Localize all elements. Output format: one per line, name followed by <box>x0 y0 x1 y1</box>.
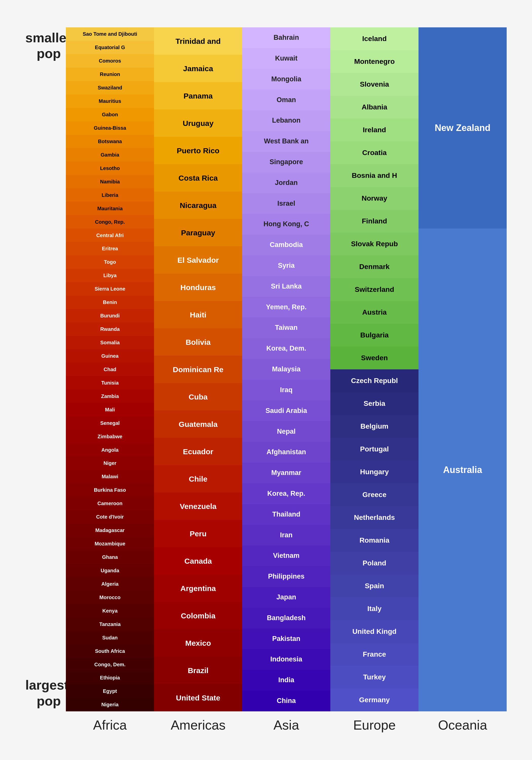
list-item: Sao Tome and Djibouti <box>66 27 154 41</box>
list-item: Haiti <box>154 301 242 328</box>
col-label-africa: Africa <box>66 711 154 733</box>
list-item: Trinidad and <box>154 27 242 55</box>
list-item: Burkina Faso <box>66 483 154 497</box>
list-item: Pakistan <box>242 629 330 649</box>
list-item: Poland <box>330 552 418 575</box>
list-item: Albania <box>330 96 418 119</box>
list-item: Japan <box>242 587 330 608</box>
list-item: China <box>242 690 330 711</box>
list-item: Singapore <box>242 152 330 172</box>
list-item: Switzerland <box>330 278 418 301</box>
list-item: Uganda <box>66 564 154 577</box>
list-item: Iran <box>242 525 330 546</box>
list-item: Ghana <box>66 550 154 564</box>
list-item: Bulgaria <box>330 324 418 347</box>
list-item: Niger <box>66 456 154 470</box>
list-item: Panama <box>154 82 242 110</box>
list-item: India <box>242 670 330 690</box>
list-item: Croatia <box>330 141 418 164</box>
list-item: Libya <box>66 269 154 282</box>
list-item: Botswana <box>66 135 154 148</box>
list-item: Australia <box>418 228 507 711</box>
list-item: Central Afri <box>66 228 154 242</box>
list-item: Bahrain <box>242 27 330 48</box>
list-item: El Salvador <box>154 246 242 274</box>
list-item: Czech Republ <box>330 369 418 392</box>
list-item: Paraguay <box>154 219 242 246</box>
list-item: Costa Rica <box>154 164 242 192</box>
list-item: Guinea <box>66 349 154 363</box>
list-item: Bosnia and H <box>330 164 418 187</box>
list-item: Chad <box>66 362 154 376</box>
list-item: Korea, Dem. <box>242 338 330 359</box>
list-item: Mozambique <box>66 537 154 550</box>
list-item: Sierra Leone <box>66 282 154 296</box>
col-label-americas: Americas <box>154 711 242 733</box>
list-item: Malaysia <box>242 359 330 380</box>
list-item: Swaziland <box>66 81 154 94</box>
list-item: Germany <box>330 689 418 711</box>
list-item: Denmark <box>330 255 418 278</box>
list-item: Lebanon <box>242 110 330 131</box>
list-item: United State <box>154 684 242 711</box>
list-item: Nicaragua <box>154 192 242 219</box>
list-item: Nigeria <box>66 698 154 711</box>
list-item: Slovak Repub <box>330 233 418 255</box>
list-item: Benin <box>66 296 154 309</box>
list-item: Sweden <box>330 347 418 369</box>
list-item: Mexico <box>154 629 242 657</box>
list-item: Afghanistan <box>242 442 330 462</box>
list-item: Honduras <box>154 274 242 301</box>
list-item: Cameroon <box>66 497 154 510</box>
list-item: Colombia <box>154 602 242 629</box>
largest-pop-label: largestpop <box>25 677 61 709</box>
side-labels: smallestpop largestpop <box>25 27 66 711</box>
list-item: Myanmar <box>242 462 330 483</box>
col-label-oceania: Oceania <box>418 711 507 733</box>
list-item: Reunion <box>66 68 154 81</box>
list-item: Guinea-Bissa <box>66 121 154 135</box>
list-item: Mauritania <box>66 202 154 215</box>
list-item: Guatemala <box>154 410 242 438</box>
list-item: Vietnam <box>242 546 330 566</box>
list-item: Cuba <box>154 383 242 410</box>
list-item: Spain <box>330 575 418 597</box>
list-item: Angola <box>66 443 154 456</box>
list-item: Lesotho <box>66 162 154 175</box>
list-item: Turkey <box>330 666 418 689</box>
column-oceania: New ZealandAustralia <box>418 27 507 711</box>
list-item: Uruguay <box>154 110 242 137</box>
list-item: Senegal <box>66 416 154 430</box>
list-item: Kuwait <box>242 48 330 69</box>
column-americas: Trinidad andJamaicaPanamaUruguayPuerto R… <box>154 27 242 711</box>
chart-area: smallestpop largestpop Sao Tome and Djib… <box>25 27 507 711</box>
column-europe: IcelandMontenegroSloveniaAlbaniaIrelandC… <box>330 27 418 711</box>
list-item: Tanzania <box>66 617 154 631</box>
list-item: United Kingd <box>330 620 418 643</box>
list-item: Romania <box>330 529 418 552</box>
list-item: Venezuela <box>154 493 242 520</box>
list-item: Syria <box>242 255 330 276</box>
list-item: Taiwan <box>242 317 330 338</box>
list-item: Congo, Dem. <box>66 658 154 671</box>
list-item: Indonesia <box>242 649 330 670</box>
list-item: Togo <box>66 255 154 269</box>
list-item: Cote d'Ivoir <box>66 510 154 524</box>
list-item: Portugal <box>330 438 418 460</box>
column-africa: Sao Tome and DjiboutiEquatorial GComoros… <box>66 27 154 711</box>
list-item: Greece <box>330 483 418 506</box>
list-item: Peru <box>154 520 242 547</box>
smallest-pop-label: smallestpop <box>25 30 61 62</box>
list-item: Egypt <box>66 685 154 698</box>
list-item: Netherlands <box>330 506 418 529</box>
list-item: Puerto Rico <box>154 137 242 164</box>
list-item: Bangladesh <box>242 608 330 629</box>
list-item: Norway <box>330 187 418 210</box>
list-item: West Bank an <box>242 131 330 152</box>
list-item: Israel <box>242 193 330 214</box>
list-item: France <box>330 643 418 666</box>
list-item: Korea, Rep. <box>242 483 330 504</box>
list-item: Tunisia <box>66 376 154 389</box>
list-item: Argentina <box>154 575 242 602</box>
list-item: New Zealand <box>418 27 507 228</box>
